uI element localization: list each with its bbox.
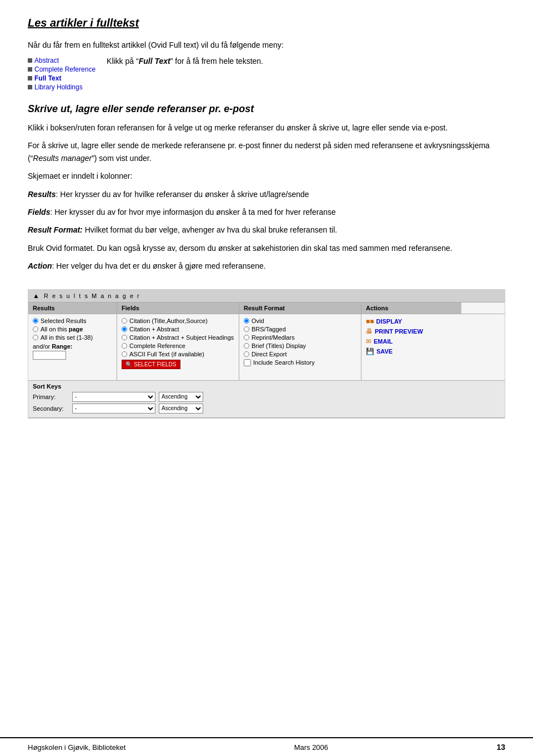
- menu-item-abstract[interactable]: Abstract: [28, 57, 95, 64]
- col-header-format: Result Format: [239, 303, 361, 314]
- field-radio-citation[interactable]: [122, 318, 127, 324]
- page-number: 13: [496, 743, 505, 752]
- rm-field-citation-abstract-subjects[interactable]: Citation + Abstract + Subject Headings: [122, 334, 234, 341]
- rm-range-row: and/or Range:: [33, 343, 112, 350]
- rm-body: Selected Results All on this page All in…: [28, 314, 505, 381]
- field-radio-complete-reference[interactable]: [122, 343, 127, 349]
- body-para-format: Result Format: Hvilket format du bør vel…: [28, 224, 505, 236]
- rm-range-label: and/or Range:: [33, 343, 73, 350]
- format-label-direct: Direct Export: [252, 351, 287, 357]
- rm-field-ascii[interactable]: ASCII Full Text (if available): [122, 351, 234, 357]
- field-label-ascii: ASCII Full Text (if available): [129, 351, 204, 357]
- rm-format-direct[interactable]: Direct Export: [244, 351, 356, 357]
- rm-header-icon: ▲: [33, 292, 41, 300]
- rm-result-allpage[interactable]: All on this page: [33, 326, 112, 332]
- field-label-citation-abstract: Citation + Abstract: [129, 326, 179, 332]
- sort-keys-title: Sort Keys: [33, 383, 500, 390]
- select-fields-button[interactable]: 🔍 SELECT FIELDS: [122, 360, 180, 369]
- rm-format-col: Ovid BRS/Tagged Reprint/Medlars Brief (T…: [239, 314, 361, 380]
- save-icon: 💾: [366, 347, 374, 355]
- result-label-selected: Selected Results: [41, 317, 87, 324]
- format-radio-direct[interactable]: [244, 351, 249, 357]
- include-history-label: Include Search History: [253, 359, 315, 366]
- format-radio-brief[interactable]: [244, 343, 249, 349]
- bullet-icon: [28, 58, 32, 63]
- field-radio-ascii[interactable]: [122, 351, 127, 357]
- sort-primary-label: Primary:: [33, 394, 69, 400]
- rm-action-save[interactable]: 💾 SAVE: [366, 347, 457, 355]
- menu-item-library-holdings[interactable]: Library Holdings: [28, 83, 95, 91]
- menu-link-full-text[interactable]: Full Text: [34, 74, 61, 82]
- col-header-fields: Fields: [117, 303, 239, 314]
- menu-link-complete-reference[interactable]: Complete Reference: [34, 65, 95, 73]
- rm-format-brief[interactable]: Brief (Titles) Display: [244, 342, 356, 349]
- include-history-checkbox[interactable]: [244, 359, 251, 366]
- format-radio-ovid[interactable]: [244, 318, 249, 324]
- format-label-brs: BRS/Tagged: [252, 326, 286, 332]
- rm-fields-col: Citation (Title,Author,Source) Citation …: [117, 314, 239, 380]
- rm-format-reprint[interactable]: Reprint/Medlars: [244, 334, 356, 341]
- body-para3: Skjemaet er inndelt i kolonner:: [28, 170, 505, 182]
- result-label-allset: All in this set (1-38): [41, 334, 93, 341]
- rm-sort-primary-row: Primary: - Ascending Descending: [33, 392, 500, 402]
- format-label-brief: Brief (Titles) Display: [252, 342, 306, 349]
- result-radio-allpage[interactable]: [33, 326, 38, 332]
- save-link[interactable]: SAVE: [376, 348, 393, 355]
- display-link[interactable]: DISPLAY: [376, 318, 403, 325]
- rm-field-citation-abstract[interactable]: Citation + Abstract: [122, 326, 234, 332]
- field-radio-citation-abstract[interactable]: [122, 326, 127, 332]
- field-radio-citation-abstract-subjects[interactable]: [122, 335, 127, 340]
- result-radio-selected[interactable]: [33, 318, 38, 324]
- footer: Høgskolen i Gjøvik, Biblioteket Mars 200…: [0, 737, 533, 756]
- menu-link-library-holdings[interactable]: Library Holdings: [34, 83, 83, 91]
- rm-results-col: Selected Results All on this page All in…: [28, 314, 117, 380]
- footer-left: Høgskolen i Gjøvik, Biblioteket: [28, 743, 125, 752]
- result-radio-allset[interactable]: [33, 335, 38, 340]
- intro-paragraph: Når du får frem en fulltekst artikkel (O…: [28, 39, 505, 51]
- rm-field-citation[interactable]: Citation (Title,Author,Source): [122, 317, 234, 324]
- rm-header-title: R e s u l t s M a n a g e r: [44, 293, 140, 299]
- print-link[interactable]: PRINT PREVIEW: [375, 328, 423, 335]
- body-para2: For å skrive ut, lagre eller sende de me…: [28, 139, 505, 164]
- result-label-allpage: All on this page: [41, 326, 83, 332]
- rm-field-complete-reference[interactable]: Complete Reference: [122, 342, 234, 349]
- footer-center: Mars 2006: [294, 743, 328, 752]
- field-label-citation-abstract-subjects: Citation + Abstract + Subject Headings: [129, 334, 234, 341]
- select-fields-label: SELECT FIELDS: [134, 361, 177, 367]
- menu-item-complete-reference[interactable]: Complete Reference: [28, 65, 95, 73]
- page-title: Les artikler i fulltekst: [28, 17, 505, 29]
- format-radio-reprint[interactable]: [244, 335, 249, 340]
- display-icon: ■■: [366, 317, 374, 325]
- rm-include-history[interactable]: Include Search History: [244, 359, 356, 366]
- format-label-ovid: Ovid: [252, 317, 264, 324]
- rm-result-allset[interactable]: All in this set (1-38): [33, 334, 112, 341]
- rm-action-print[interactable]: 🖶 PRINT PREVIEW: [366, 327, 457, 335]
- rm-range-input[interactable]: [33, 351, 66, 360]
- menu-link-abstract[interactable]: Abstract: [34, 57, 59, 64]
- menu-item-full-text[interactable]: Full Text: [28, 74, 95, 82]
- rm-action-email[interactable]: ✉ EMAIL: [366, 337, 457, 345]
- results-manager: ▲ R e s u l t s M a n a g e r Results Fi…: [28, 289, 505, 419]
- select-fields-icon: 🔍: [125, 361, 132, 367]
- print-icon: 🖶: [366, 327, 373, 335]
- body-para1: Klikk i boksen/ruten foran referansen fo…: [28, 122, 505, 134]
- format-label-reprint: Reprint/Medlars: [252, 334, 295, 341]
- col-header-results: Results: [28, 303, 117, 314]
- sort-primary-select[interactable]: -: [72, 392, 155, 402]
- rm-result-selected[interactable]: Selected Results: [33, 317, 112, 324]
- rm-action-display[interactable]: ■■ DISPLAY: [366, 317, 457, 325]
- format-radio-brs[interactable]: [244, 326, 249, 332]
- rm-format-ovid[interactable]: Ovid: [244, 317, 356, 324]
- bullet-icon: [28, 67, 32, 72]
- rm-sort-section: Sort Keys Primary: - Ascending Descendin…: [28, 381, 505, 418]
- sort-secondary-select[interactable]: -: [72, 404, 155, 414]
- rm-format-brs[interactable]: BRS/Tagged: [244, 326, 356, 332]
- rm-header: ▲ R e s u l t s M a n a g e r: [28, 290, 505, 303]
- bullet-icon: [28, 85, 32, 89]
- sort-primary-direction-select[interactable]: Ascending Descending: [159, 392, 203, 402]
- rm-actions-col: ■■ DISPLAY 🖶 PRINT PREVIEW ✉ EMAIL 💾 SAV…: [361, 314, 461, 380]
- field-label-complete-reference: Complete Reference: [129, 342, 185, 349]
- body-para-results: Results: Her krysser du av for hvilke re…: [28, 188, 505, 200]
- sort-secondary-direction-select[interactable]: Ascending Descending: [159, 404, 203, 414]
- email-link[interactable]: EMAIL: [374, 338, 393, 345]
